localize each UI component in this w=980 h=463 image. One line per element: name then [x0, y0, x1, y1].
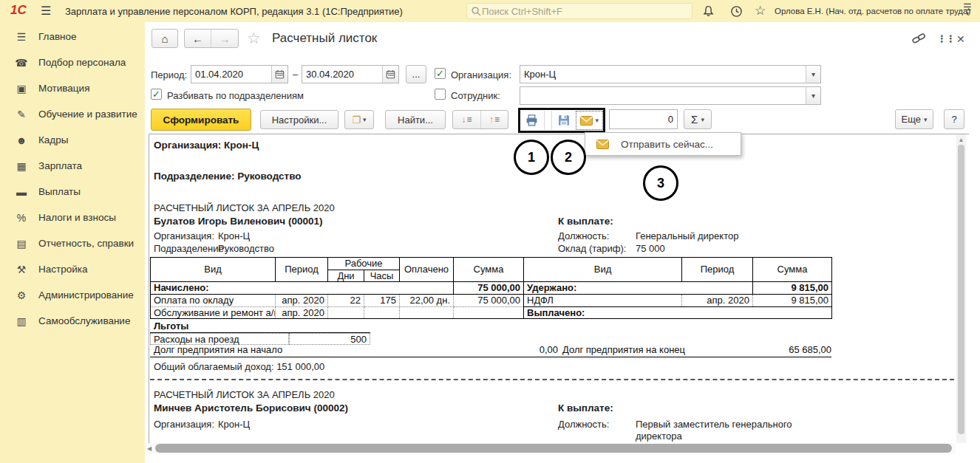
- search-input[interactable]: [482, 6, 674, 17]
- history-clock-icon[interactable]: [730, 5, 743, 18]
- help-button[interactable]: ?: [944, 109, 964, 129]
- payslip-employee: Минчев Аристотель Борисович (00002): [154, 402, 348, 414]
- sidebar-item-training[interactable]: ✎Обучение и развитие: [0, 101, 145, 127]
- employee-checkbox[interactable]: [435, 89, 446, 100]
- settings-button[interactable]: Настройки...: [260, 110, 338, 129]
- back-button[interactable]: ←: [185, 30, 211, 47]
- card-icon: ▬: [13, 186, 30, 198]
- forward-button[interactable]: →: [211, 30, 238, 47]
- date-from-calendar-button[interactable]: [271, 66, 287, 83]
- header-sum: Сумма: [454, 258, 524, 282]
- percent-icon: %: [13, 212, 30, 224]
- check-icon: ✓: [436, 69, 444, 78]
- employee-dropdown-button[interactable]: ▾: [806, 87, 820, 104]
- save-button[interactable]: [552, 111, 576, 130]
- highlighted-toolbar-group: ▾: [518, 108, 605, 133]
- sidebar-item-main[interactable]: ☰Главное: [0, 24, 145, 49]
- send-email-button[interactable]: ▾: [576, 111, 603, 130]
- benefit-value: 500: [289, 333, 370, 345]
- header-period-right: Период: [682, 258, 753, 282]
- favorite-star-icon[interactable]: ☆: [247, 30, 261, 47]
- sidebar-item-reports[interactable]: ▤Отчетность, справки: [0, 230, 145, 256]
- more-button[interactable]: Еще ▾: [895, 109, 933, 129]
- debt-end-value: 65 685,00: [789, 344, 831, 355]
- organization-combo: ▾: [520, 65, 821, 83]
- send-dropdown-menu: Отправить сейчас...: [585, 132, 741, 156]
- home-button[interactable]: ⌂: [152, 29, 178, 48]
- date-from-input[interactable]: [191, 66, 271, 83]
- date-to-input[interactable]: [302, 66, 382, 83]
- position-value: Первый заместитель генерального директор…: [636, 419, 813, 442]
- period-variants-button[interactable]: ...: [406, 65, 426, 83]
- employee-label: Сотрудник:: [451, 90, 500, 101]
- sidebar-item-salary[interactable]: ▦Зарплата: [0, 153, 145, 179]
- main-menu-icon[interactable]: ☰: [41, 4, 51, 18]
- horizontal-scrollbar-thumb[interactable]: [155, 444, 952, 453]
- scroll-up-icon[interactable]: ▲: [956, 137, 966, 143]
- annotation-number: 3: [657, 176, 664, 191]
- send-now-menu-item[interactable]: Отправить сейчас...: [585, 133, 741, 155]
- organization-input[interactable]: [520, 66, 806, 83]
- print-button[interactable]: [520, 111, 544, 130]
- expand-button[interactable]: ↑≡: [480, 111, 508, 128]
- withheld-total: 9 815,00: [753, 282, 832, 295]
- organization-checkbox[interactable]: ✓: [435, 68, 446, 79]
- payslip-title: РАСЧЕТНЫЙ ЛИСТОК ЗА АПРЕЛЬ 2020: [154, 389, 335, 400]
- sidebar-item-label: Самообслуживание: [38, 315, 130, 326]
- wrench-icon: ⚒: [13, 264, 30, 275]
- scroll-left-icon[interactable]: ◀: [147, 445, 152, 452]
- sidebar-item-label: Отчетность, справки: [38, 238, 134, 249]
- more-dots-icon[interactable]: ⋮⋮: [937, 33, 955, 44]
- service-menu-icon[interactable]: ☰ ▾: [963, 4, 972, 17]
- service-menu-lines: ☰: [963, 4, 972, 10]
- sidebar-item-taxes[interactable]: %Налоги и взносы: [0, 205, 145, 230]
- organization-dropdown-button[interactable]: ▾: [806, 66, 820, 83]
- collapse-button[interactable]: ↓≡: [453, 111, 480, 128]
- calendar-icon: [275, 69, 285, 79]
- split-by-dept-label: Разбивать по подразделениям: [167, 90, 304, 101]
- notifications-bell-icon[interactable]: [702, 5, 715, 18]
- sidebar: ☰Главное ☎Подбор персонала ▣Мотивация ✎О…: [0, 22, 145, 463]
- sum-button[interactable]: Σ ▾: [684, 109, 712, 129]
- envelope-icon: [580, 116, 593, 126]
- sidebar-item-self-service[interactable]: ▥Самообслуживание: [0, 308, 145, 334]
- cell-days: [328, 306, 364, 319]
- chevron-down-icon: ▾: [595, 117, 599, 124]
- sidebar-item-payments[interactable]: ▬Выплаты: [0, 179, 145, 205]
- find-button[interactable]: Найти...: [385, 110, 446, 129]
- chevron-down-icon: ▾: [701, 116, 704, 123]
- toolbar-separator: [544, 111, 553, 130]
- link-icon[interactable]: [912, 32, 926, 44]
- close-icon[interactable]: ✕: [956, 33, 965, 45]
- cell-period: апр. 2020: [276, 306, 328, 319]
- cell-name: Обслуживание и ремонт а/м: [151, 306, 276, 319]
- top-bar: 1С ☰ Зарплата и управление персоналом КО…: [0, 0, 980, 22]
- sidebar-item-hr[interactable]: ☻Кадры: [0, 127, 145, 153]
- annotation-circle-1: 1: [514, 140, 549, 175]
- employee-input[interactable]: [520, 87, 806, 104]
- count-input[interactable]: [610, 110, 677, 128]
- sidebar-item-settings[interactable]: ⚒Настройка: [0, 256, 145, 282]
- employee-combo: ▾: [520, 86, 821, 105]
- organization-label: Организация:: [451, 69, 511, 80]
- taxable-income-line: Общий облагаемый доход: 151 000,00: [154, 361, 324, 372]
- salary-value: 75 000: [636, 243, 665, 254]
- report-variants-button[interactable]: ❐ ▾: [344, 110, 374, 129]
- favorites-star-icon[interactable]: ☆: [755, 3, 766, 18]
- current-user[interactable]: Орлова Е.Н. (Нач. отд. расчетов по оплат…: [775, 7, 970, 16]
- badge-icon: ▥: [13, 315, 30, 327]
- sidebar-item-recruiting[interactable]: ☎Подбор персонала: [0, 49, 145, 75]
- position-value: Генеральный директор: [636, 230, 738, 241]
- count-field: [609, 109, 678, 129]
- date-to-calendar-button[interactable]: [382, 66, 398, 83]
- sidebar-item-administration[interactable]: ⚙Администрирование: [0, 282, 145, 308]
- sidebar-item-label: Кадры: [38, 134, 68, 145]
- envelope-icon: [596, 140, 609, 149]
- header-period: Период: [276, 258, 328, 282]
- split-by-dept-checkbox[interactable]: ✓: [151, 89, 162, 100]
- generate-button[interactable]: Сформировать: [151, 109, 251, 131]
- global-search[interactable]: [466, 3, 693, 19]
- sidebar-item-motivation[interactable]: ▣Мотивация: [0, 75, 145, 101]
- annotation-circle-3: 3: [643, 165, 678, 201]
- vertical-scrollbar-thumb[interactable]: [958, 145, 964, 434]
